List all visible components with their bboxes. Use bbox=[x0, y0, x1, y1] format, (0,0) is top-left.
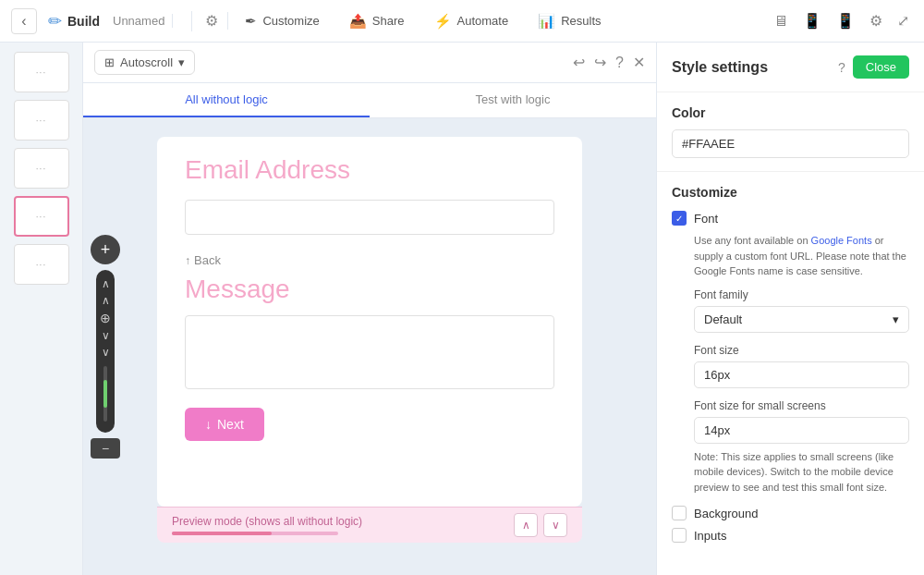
back-arrow-icon: ↑ bbox=[185, 254, 190, 267]
expand-icon[interactable]: ⤢ bbox=[894, 8, 913, 33]
font-size-note: Note: This size applies to small screens… bbox=[694, 449, 909, 495]
canvas-tabs: All without logic Test with logic bbox=[83, 83, 656, 118]
autoscroll-grid-icon: ⊞ bbox=[104, 55, 115, 69]
tablet-icon[interactable]: 📱 bbox=[799, 8, 825, 33]
nav-right: 🖥 📱 📱 ⚙ ⤢ bbox=[770, 8, 913, 33]
left-sidebar: ··· ··· ··· ··· ··· bbox=[0, 43, 83, 575]
scroll-down-icon[interactable]: ∨ bbox=[102, 346, 110, 359]
email-input-preview[interactable] bbox=[185, 200, 554, 235]
preview-mode-text: Preview mode (shows all without logic) bbox=[172, 515, 514, 528]
results-icon: 📊 bbox=[538, 13, 555, 30]
color-input[interactable] bbox=[672, 129, 909, 158]
style-help-icon[interactable]: ? bbox=[838, 60, 845, 75]
tab-all-without-logic[interactable]: All without logic bbox=[83, 83, 370, 117]
scroll-up2-icon[interactable]: ∧ bbox=[102, 294, 110, 307]
font-checkbox[interactable]: ✓ bbox=[672, 211, 687, 226]
drag-icon[interactable]: ⊕ bbox=[100, 311, 111, 325]
customize-icon: ✒ bbox=[245, 13, 257, 30]
customize-section: Customize ✓ Font Use any font available … bbox=[657, 172, 924, 563]
tab-test-with-logic[interactable]: Test with logic bbox=[370, 83, 656, 117]
next-down-icon: ↓ bbox=[205, 417, 212, 432]
autoscroll-button[interactable]: ⊞ Autoscroll ▾ bbox=[94, 50, 195, 75]
settings-icon2[interactable]: ⚙ bbox=[866, 8, 886, 33]
main-area: ··· ··· ··· ··· ··· ⊞ Autoscroll ▾ ↩ ↪ ? bbox=[0, 43, 924, 575]
settings-icon[interactable]: ⚙ bbox=[196, 12, 228, 30]
font-family-select[interactable]: Default ▾ bbox=[694, 306, 909, 333]
sidebar-page-4[interactable]: ··· bbox=[14, 196, 69, 237]
remove-element-button[interactable]: − bbox=[91, 438, 120, 459]
automate-icon: ⚡ bbox=[434, 13, 452, 30]
undo-icon[interactable]: ↩ bbox=[573, 54, 585, 71]
desktop-icon[interactable]: 🖥 bbox=[770, 9, 792, 33]
font-size-item: Font size bbox=[694, 344, 909, 388]
sidebar-page-2[interactable]: ··· bbox=[14, 100, 69, 141]
next-button[interactable]: ↓ Next bbox=[185, 408, 264, 441]
autoscroll-chevron: ▾ bbox=[178, 55, 185, 69]
help-icon[interactable]: ? bbox=[615, 55, 624, 71]
add-element-button[interactable]: + bbox=[91, 235, 120, 264]
scroll-bar bbox=[103, 366, 107, 422]
email-title: Email Address bbox=[185, 155, 554, 185]
tab-customize[interactable]: ✒ Customize bbox=[232, 7, 332, 35]
close-panel-button[interactable]: Close bbox=[853, 55, 909, 79]
inputs-checkbox-row: Inputs bbox=[672, 528, 909, 543]
style-settings-title: Style settings bbox=[672, 59, 768, 76]
page-dots: ··· bbox=[36, 164, 46, 174]
font-family-item: Font family Default ▾ bbox=[694, 288, 909, 333]
canvas-toolbar: ⊞ Autoscroll ▾ ↩ ↪ ? ✕ bbox=[83, 43, 656, 83]
preview-up-button[interactable]: ∧ bbox=[514, 513, 538, 537]
page-dots: ··· bbox=[36, 260, 46, 270]
background-checkbox[interactable] bbox=[672, 506, 687, 520]
scroll-up-icon[interactable]: ∧ bbox=[102, 277, 110, 290]
redo-icon[interactable]: ↪ bbox=[594, 54, 606, 71]
page-dots: ··· bbox=[36, 67, 46, 78]
sidebar-page-1[interactable]: ··· bbox=[14, 52, 69, 92]
toolbar-icons: ↩ ↪ ? ✕ bbox=[573, 54, 645, 71]
autoscroll-label: Autoscroll bbox=[120, 55, 173, 69]
page-dots: ··· bbox=[36, 116, 46, 126]
preview-progress-bar bbox=[172, 532, 338, 535]
font-size-small-label: Font size for small screens bbox=[694, 399, 909, 412]
nav-logo-text: Build bbox=[67, 14, 100, 29]
scroll-down2-icon[interactable]: ∨ bbox=[102, 329, 110, 342]
font-family-label: Font family bbox=[694, 288, 909, 301]
floating-controls: + ∧ ∧ ⊕ ∨ ∨ − bbox=[91, 235, 120, 459]
scroll-thumb bbox=[103, 380, 107, 408]
google-fonts-link[interactable]: Google Fonts bbox=[811, 235, 872, 246]
build-icon: ✏ bbox=[48, 11, 62, 31]
font-size-small-input[interactable] bbox=[694, 417, 909, 444]
font-size-input[interactable] bbox=[694, 361, 909, 388]
inputs-checkbox[interactable] bbox=[672, 528, 687, 543]
message-textarea-preview[interactable] bbox=[185, 315, 554, 389]
background-label: Background bbox=[694, 507, 758, 520]
font-size-small-item: Font size for small screens Note: This s… bbox=[694, 399, 909, 495]
nav-tabs: ✒ Customize 📤 Share ⚡ Automate 📊 Results bbox=[232, 7, 770, 35]
tab-results[interactable]: 📊 Results bbox=[525, 7, 614, 35]
color-section: Color bbox=[657, 92, 924, 172]
back-link[interactable]: ↑ Back bbox=[185, 253, 554, 267]
font-checkbox-row: ✓ Font bbox=[672, 211, 909, 226]
tab-share[interactable]: 📤 Share bbox=[336, 7, 418, 35]
inputs-label: Inputs bbox=[694, 529, 726, 543]
mobile-icon[interactable]: 📱 bbox=[833, 8, 858, 33]
font-family-chevron: ▾ bbox=[893, 312, 899, 326]
project-name[interactable]: Unnamed bbox=[105, 14, 173, 28]
canvas-area: ⊞ Autoscroll ▾ ↩ ↪ ? ✕ All without logic… bbox=[83, 43, 656, 575]
right-sidebar: Style settings ? Close Color Customize ✓… bbox=[656, 43, 924, 575]
right-header-icons: ? Close bbox=[838, 55, 909, 79]
sidebar-page-3[interactable]: ··· bbox=[14, 148, 69, 189]
background-checkbox-row: Background bbox=[672, 506, 909, 520]
back-button[interactable]: ‹ bbox=[11, 8, 37, 34]
top-nav: ‹ ✏ Build Unnamed ⚙ ✒ Customize 📤 Share … bbox=[0, 0, 924, 43]
font-label: Font bbox=[694, 212, 718, 226]
preview-down-button[interactable]: ∨ bbox=[543, 513, 567, 537]
color-label: Color bbox=[672, 105, 909, 120]
preview-bar: Preview mode (shows all without logic) ∧… bbox=[157, 507, 582, 543]
scroll-control: ∧ ∧ ⊕ ∨ ∨ bbox=[96, 270, 115, 433]
customize-title: Customize bbox=[672, 185, 909, 200]
close-canvas-icon[interactable]: ✕ bbox=[633, 54, 645, 71]
sidebar-page-5[interactable]: ··· bbox=[14, 244, 69, 285]
font-info: Use any font available on Google Fonts o… bbox=[694, 233, 909, 279]
tab-automate[interactable]: ⚡ Automate bbox=[421, 7, 522, 35]
page-dots: ··· bbox=[36, 212, 46, 222]
